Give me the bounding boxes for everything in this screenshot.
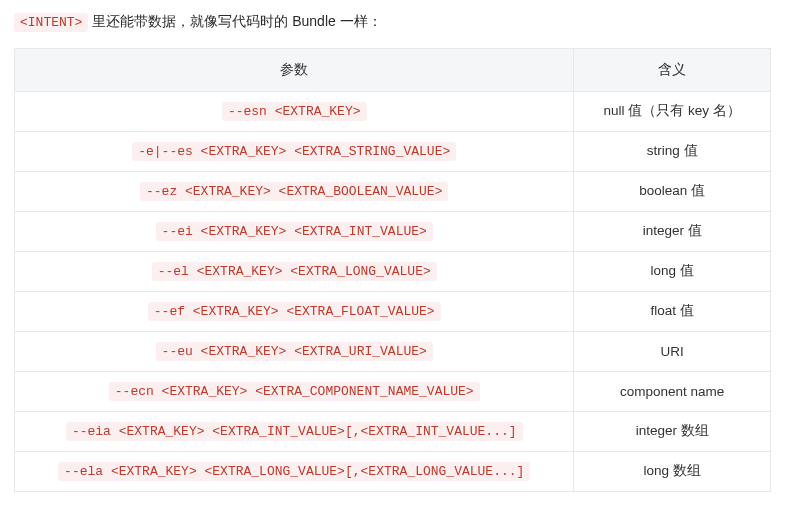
param-code: --esn <EXTRA_KEY> (222, 102, 367, 121)
meaning-cell: string 值 (574, 131, 771, 171)
param-cell: --esn <EXTRA_KEY> (15, 91, 574, 131)
param-code: --ecn <EXTRA_KEY> <EXTRA_COMPONENT_NAME_… (109, 382, 480, 401)
table-row: -e|--es <EXTRA_KEY> <EXTRA_STRING_VALUE>… (15, 131, 771, 171)
param-cell: --ecn <EXTRA_KEY> <EXTRA_COMPONENT_NAME_… (15, 371, 574, 411)
table-row: --el <EXTRA_KEY> <EXTRA_LONG_VALUE> long… (15, 251, 771, 291)
param-code: --eu <EXTRA_KEY> <EXTRA_URI_VALUE> (156, 342, 433, 361)
param-cell: --el <EXTRA_KEY> <EXTRA_LONG_VALUE> (15, 251, 574, 291)
table-header-row: 参数 含义 (15, 48, 771, 91)
param-code: --ela <EXTRA_KEY> <EXTRA_LONG_VALUE>[,<E… (58, 462, 530, 481)
param-code: --eia <EXTRA_KEY> <EXTRA_INT_VALUE>[,<EX… (66, 422, 523, 441)
intro-suffix: 里还能带数据，就像写代码时的 Bundle 一样： (88, 13, 381, 29)
meaning-cell: long 数组 (574, 451, 771, 491)
table-row: --eu <EXTRA_KEY> <EXTRA_URI_VALUE> URI (15, 331, 771, 371)
param-cell: --ef <EXTRA_KEY> <EXTRA_FLOAT_VALUE> (15, 291, 574, 331)
param-cell: --ez <EXTRA_KEY> <EXTRA_BOOLEAN_VALUE> (15, 171, 574, 211)
table-row: --ela <EXTRA_KEY> <EXTRA_LONG_VALUE>[,<E… (15, 451, 771, 491)
param-code: --ef <EXTRA_KEY> <EXTRA_FLOAT_VALUE> (148, 302, 441, 321)
param-cell: --eu <EXTRA_KEY> <EXTRA_URI_VALUE> (15, 331, 574, 371)
table-row: --ez <EXTRA_KEY> <EXTRA_BOOLEAN_VALUE> b… (15, 171, 771, 211)
table-row: --eia <EXTRA_KEY> <EXTRA_INT_VALUE>[,<EX… (15, 411, 771, 451)
meaning-cell: null 值（只有 key 名） (574, 91, 771, 131)
table-row: --ei <EXTRA_KEY> <EXTRA_INT_VALUE> integ… (15, 211, 771, 251)
meaning-cell: boolean 值 (574, 171, 771, 211)
table-row: --ecn <EXTRA_KEY> <EXTRA_COMPONENT_NAME_… (15, 371, 771, 411)
meaning-cell: component name (574, 371, 771, 411)
param-cell: -e|--es <EXTRA_KEY> <EXTRA_STRING_VALUE> (15, 131, 574, 171)
param-code: -e|--es <EXTRA_KEY> <EXTRA_STRING_VALUE> (132, 142, 456, 161)
params-table: 参数 含义 --esn <EXTRA_KEY> null 值（只有 key 名）… (14, 48, 771, 492)
table-row: --esn <EXTRA_KEY> null 值（只有 key 名） (15, 91, 771, 131)
meaning-cell: float 值 (574, 291, 771, 331)
param-code: --el <EXTRA_KEY> <EXTRA_LONG_VALUE> (152, 262, 437, 281)
intent-code-tag: <INTENT> (14, 13, 88, 32)
table-row: --ef <EXTRA_KEY> <EXTRA_FLOAT_VALUE> flo… (15, 291, 771, 331)
meaning-cell: integer 数组 (574, 411, 771, 451)
header-meaning: 含义 (574, 48, 771, 91)
meaning-cell: integer 值 (574, 211, 771, 251)
intro-paragraph: <INTENT> 里还能带数据，就像写代码时的 Bundle 一样： (14, 10, 771, 34)
param-cell: --ei <EXTRA_KEY> <EXTRA_INT_VALUE> (15, 211, 574, 251)
param-cell: --eia <EXTRA_KEY> <EXTRA_INT_VALUE>[,<EX… (15, 411, 574, 451)
param-cell: --ela <EXTRA_KEY> <EXTRA_LONG_VALUE>[,<E… (15, 451, 574, 491)
meaning-cell: long 值 (574, 251, 771, 291)
meaning-cell: URI (574, 331, 771, 371)
param-code: --ez <EXTRA_KEY> <EXTRA_BOOLEAN_VALUE> (140, 182, 448, 201)
header-param: 参数 (15, 48, 574, 91)
param-code: --ei <EXTRA_KEY> <EXTRA_INT_VALUE> (156, 222, 433, 241)
